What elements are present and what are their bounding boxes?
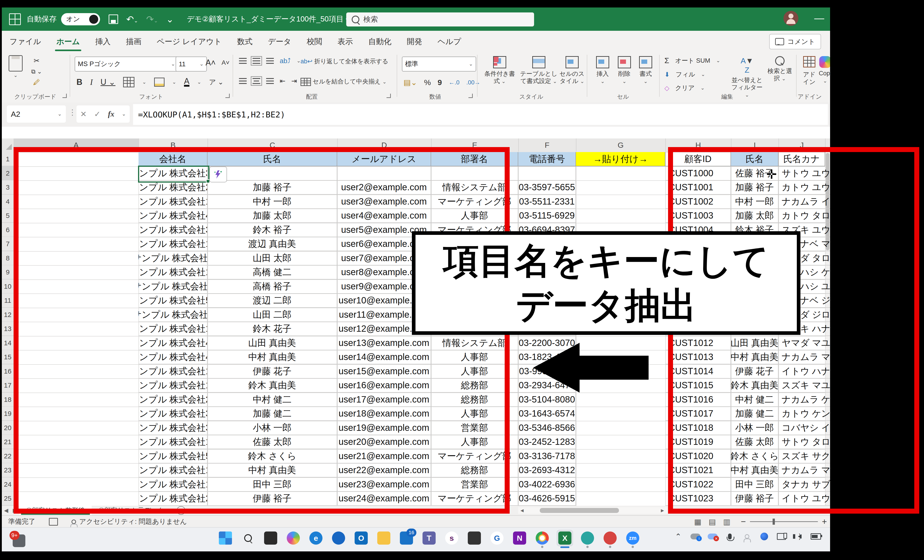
left-table-cell[interactable]: 03-5104-8080 <box>518 392 576 407</box>
left-table-cell[interactable]: 03-5346-8566 <box>518 421 576 435</box>
sheet-nav-left-icon[interactable]: ◀ <box>4 507 8 514</box>
chrome-icon[interactable] <box>534 530 550 546</box>
accessibility-status[interactable]: アクセシビリティ: 問題ありません <box>72 517 187 526</box>
g-app-icon[interactable]: G <box>489 530 505 546</box>
left-table-cell[interactable]: 03-4626-5915 <box>518 491 576 506</box>
left-table-cell[interactable]: 03-4022-6936 <box>518 478 576 492</box>
hscroll-left-icon[interactable]: ◀ <box>520 508 524 513</box>
ribbon-tab-数式[interactable]: 数式 <box>230 31 260 52</box>
undo-icon[interactable]: ↶⌄ <box>126 14 138 24</box>
row-header-8[interactable]: 8 <box>2 251 14 265</box>
formula-input[interactable]: =XLOOKUP(A1,$H$1:$BE$1,H2:BE2) <box>133 104 828 125</box>
format-painter-icon[interactable]: 🖉 <box>33 78 40 87</box>
explorer-icon[interactable] <box>376 530 392 546</box>
formula-bar-chevron-icon[interactable]: ⌄ <box>122 111 126 117</box>
normal-view-icon[interactable]: ▦ <box>694 517 701 526</box>
row-header-21[interactable]: 21 <box>2 435 14 449</box>
cell-styles-button[interactable]: セルのスタイル ⌄ <box>559 56 585 85</box>
hscroll-right-icon[interactable]: ▶ <box>661 508 664 513</box>
font-name-select[interactable]: MS Pゴシック⌄ <box>75 57 178 72</box>
merge-center-button[interactable]: セルを結合して中央揃え ⌄ <box>300 78 387 86</box>
paste-here-cell[interactable]: →貼り付け→ <box>576 152 665 166</box>
align-bottom-icon[interactable] <box>266 58 274 64</box>
font-size-select[interactable]: 11⌄ <box>176 57 207 72</box>
insert-cells-button[interactable]: 挿入⌄ <box>592 56 613 85</box>
microphone-icon[interactable] <box>724 531 735 542</box>
row-header-12[interactable]: 12 <box>2 308 14 322</box>
font-grow-shrink[interactable]: A˄A˅ <box>206 58 230 67</box>
start-icon[interactable] <box>217 530 234 546</box>
insert-function-icon[interactable]: fx <box>108 110 114 118</box>
minimize-button[interactable]: — <box>814 12 824 24</box>
increase-indent-icon[interactable]: ⇥ <box>291 77 297 85</box>
accessibility-icon[interactable] <box>742 531 752 542</box>
ribbon-tab-自動化[interactable]: 自動化 <box>360 31 399 52</box>
row-header-9[interactable]: 9 <box>2 265 14 279</box>
column-header-G[interactable]: G <box>576 138 666 151</box>
search-icon[interactable] <box>240 530 256 546</box>
outlook-icon[interactable]: O <box>353 530 369 546</box>
left-table-cell[interactable]: 03-2452-1283 <box>518 435 576 449</box>
left-table-cell[interactable]: 03-5115-6929 <box>518 209 576 223</box>
comments-button[interactable]: コメント <box>769 34 821 49</box>
ribbon-tab-表示[interactable]: 表示 <box>330 31 360 52</box>
left-table-header[interactable]: 電話番号 <box>518 152 576 166</box>
notes-app-icon[interactable] <box>466 530 483 546</box>
horizontal-scrollbar-thumb[interactable] <box>540 508 619 513</box>
row-header-4[interactable]: 4 <box>2 195 14 209</box>
left-table-cell[interactable]: 03-5511-2331 <box>518 195 576 209</box>
ribbon-tab-描画[interactable]: 描画 <box>118 31 149 52</box>
clipboard-small-buttons[interactable]: ✂ ⧉ ⌄ 🖉 <box>31 57 42 87</box>
slack-icon[interactable]: s <box>444 530 460 546</box>
zoom-icon[interactable]: zm <box>625 530 641 546</box>
zoom-track[interactable] <box>750 521 818 522</box>
edge-icon[interactable]: e <box>308 530 324 546</box>
macro-record-icon[interactable] <box>49 518 58 526</box>
italic-button[interactable]: I <box>90 77 93 87</box>
comma-icon[interactable]: 9 <box>438 78 442 87</box>
starburst-app-icon[interactable] <box>579 530 596 546</box>
namebox-splitter[interactable]: ⋮ <box>69 108 76 117</box>
sphere-icon[interactable] <box>759 531 770 542</box>
align-center-icon[interactable] <box>252 78 260 84</box>
select-all-corner[interactable] <box>2 138 14 151</box>
row-header-2[interactable]: 2 <box>2 166 14 181</box>
row-header-10[interactable]: 10 <box>2 279 14 294</box>
ribbon-tab-開発[interactable]: 開発 <box>399 31 430 52</box>
format-as-table-button[interactable]: テーブルとして書式設定 ⌄ <box>519 56 558 85</box>
row-header-13[interactable]: 13 <box>2 322 14 336</box>
ribbon-tab-ページ レイアウト[interactable]: ページ レイアウト <box>149 31 230 52</box>
paste-button[interactable]: ⌄ <box>9 55 22 78</box>
borders-icon[interactable] <box>123 77 134 87</box>
currency-icon[interactable]: ▤⌄ <box>404 78 417 87</box>
decrease-indent-icon[interactable]: ⇤ <box>280 77 285 85</box>
battery-icon[interactable] <box>811 531 821 542</box>
zoom-in-icon[interactable]: + <box>822 517 827 527</box>
autosum-button[interactable]: Σ オート SUM ⌄ <box>664 56 720 65</box>
zoom-handle[interactable] <box>772 519 775 525</box>
find-select-button[interactable]: 検索と選択 ⌄ <box>766 56 794 82</box>
excel-icon[interactable]: X <box>557 530 573 546</box>
autosave-toggle[interactable]: オン <box>61 13 100 25</box>
row-header-15[interactable]: 15 <box>2 350 14 364</box>
row-header-3[interactable]: 3 <box>2 180 14 195</box>
underline-button[interactable]: U ⌄ <box>100 77 116 87</box>
copy-icon[interactable]: ⧉ ⌄ <box>31 68 42 75</box>
phonetic-icon[interactable]: ア ⌄ <box>209 78 224 87</box>
delete-cells-button[interactable]: 削除⌄ <box>614 56 634 85</box>
ribbon-options-chevron-icon[interactable]: ⌄ <box>166 14 174 24</box>
fill-button[interactable]: ⬇ フィル ⌄ <box>664 70 705 79</box>
cloud-sync-icon[interactable]: i <box>690 531 700 542</box>
volume-icon[interactable] <box>794 531 804 542</box>
row-header-7[interactable]: 7 <box>2 237 14 251</box>
cloud-error-icon[interactable]: ✕ <box>707 531 718 542</box>
copilot-icon[interactable] <box>285 530 302 546</box>
zoom-slider[interactable]: − + <box>741 517 830 527</box>
row-header-16[interactable]: 16 <box>2 364 14 379</box>
font-dialog-launcher[interactable] <box>225 94 230 98</box>
number-format-select[interactable]: 標準⌄ <box>402 57 476 72</box>
increase-decimal-icon[interactable]: ←.0 <box>449 79 460 86</box>
left-table-cell[interactable]: 03-3597-5655 <box>518 180 576 195</box>
left-table-cell[interactable]: 03-3136-7178 <box>518 449 576 463</box>
cut-icon[interactable]: ✂ <box>34 57 40 65</box>
